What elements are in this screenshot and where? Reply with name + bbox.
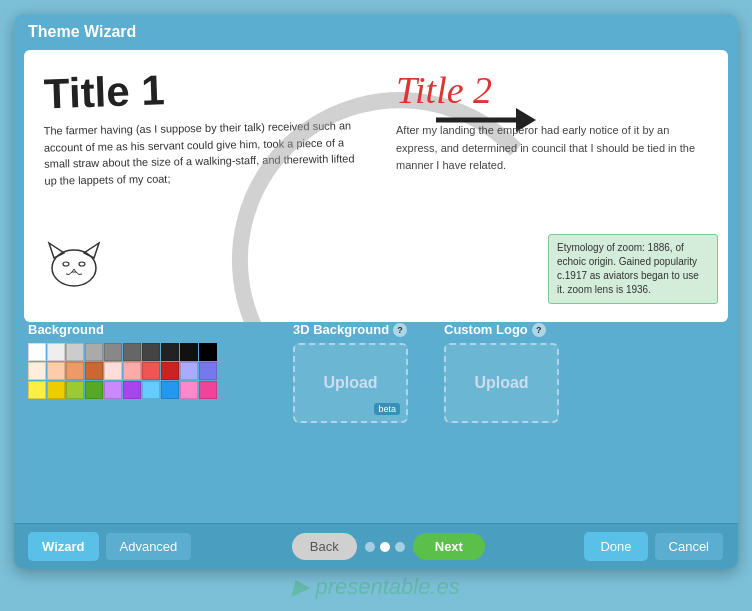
- custom-logo-label-row: Custom Logo ?: [444, 322, 559, 337]
- bg3d-info-icon[interactable]: ?: [393, 323, 407, 337]
- color-cell-26[interactable]: [142, 381, 160, 399]
- color-cell-29[interactable]: [199, 381, 217, 399]
- slide-title1: Title 1: [43, 63, 356, 116]
- bg3d-beta-badge: beta: [374, 403, 400, 415]
- footer-bar: Wizard Advanced Back Next Done Cancel: [14, 523, 738, 569]
- dot-2: [380, 542, 390, 552]
- color-cell-13[interactable]: [85, 362, 103, 380]
- color-cell-9[interactable]: [199, 343, 217, 361]
- color-cell-5[interactable]: [123, 343, 141, 361]
- color-cell-8[interactable]: [180, 343, 198, 361]
- slide-body-right: After my landing the emperor had early n…: [396, 122, 708, 175]
- bg3d-label-row: 3D Background ?: [293, 322, 408, 337]
- svg-point-4: [52, 250, 96, 286]
- svg-marker-2: [49, 243, 64, 258]
- color-cell-3[interactable]: [85, 343, 103, 361]
- color-cell-2[interactable]: [66, 343, 84, 361]
- title-bar: Theme Wizard: [14, 14, 738, 50]
- svg-marker-7: [72, 269, 76, 272]
- color-cell-6[interactable]: [142, 343, 160, 361]
- advanced-button[interactable]: Advanced: [105, 532, 193, 561]
- color-cell-11[interactable]: [47, 362, 65, 380]
- watermark-logo: ▶ presentable.es: [292, 574, 459, 599]
- footer-left: Wizard Advanced: [28, 532, 192, 561]
- svg-marker-3: [84, 243, 99, 258]
- color-cell-23[interactable]: [85, 381, 103, 399]
- color-cell-16[interactable]: [142, 362, 160, 380]
- watermark: ▶ presentable.es: [0, 569, 752, 601]
- color-cell-21[interactable]: [47, 381, 65, 399]
- cancel-button[interactable]: Cancel: [654, 532, 724, 561]
- custom-logo-upload-box[interactable]: Upload: [444, 343, 559, 423]
- color-cell-28[interactable]: [180, 381, 198, 399]
- next-button[interactable]: Next: [413, 533, 485, 560]
- bg3d-section: 3D Background ? Upload beta: [293, 322, 408, 423]
- footer-center: Back Next: [292, 533, 485, 560]
- custom-logo-upload-label: Upload: [474, 374, 528, 392]
- bg3d-upload-box[interactable]: Upload beta: [293, 343, 408, 423]
- color-cell-22[interactable]: [66, 381, 84, 399]
- done-button[interactable]: Done: [584, 532, 647, 561]
- background-label: Background: [28, 322, 217, 337]
- custom-logo-label: Custom Logo: [444, 322, 528, 337]
- bg3d-label: 3D Background: [293, 322, 389, 337]
- slide-title2: Title 2: [396, 68, 708, 112]
- controls-row: Background 3D Background ? Upload beta C…: [14, 322, 738, 431]
- svg-point-6: [79, 262, 85, 266]
- bg3d-upload-label: Upload: [323, 374, 377, 392]
- preview-area: Title 1 The farmer having (as I suppose …: [24, 50, 728, 322]
- color-cell-27[interactable]: [161, 381, 179, 399]
- wizard-button[interactable]: Wizard: [28, 532, 99, 561]
- dot-1: [365, 542, 375, 552]
- color-cell-17[interactable]: [161, 362, 179, 380]
- window-title: Theme Wizard: [28, 23, 136, 41]
- cat-doodle: [44, 238, 104, 292]
- progress-dots: [365, 542, 405, 552]
- color-cell-18[interactable]: [180, 362, 198, 380]
- footer-right: Done Cancel: [584, 532, 724, 561]
- theme-wizard-window: Theme Wizard Title 1 The farmer having (…: [14, 14, 738, 569]
- color-cell-4[interactable]: [104, 343, 122, 361]
- color-cell-7[interactable]: [161, 343, 179, 361]
- slide-body-left: The farmer having (as I suppose by their…: [43, 117, 356, 188]
- dot-3: [395, 542, 405, 552]
- color-cell-1[interactable]: [47, 343, 65, 361]
- preview-right-panel: Title 2 After my landing the emperor had…: [376, 50, 728, 322]
- svg-point-5: [63, 262, 69, 266]
- color-cell-10[interactable]: [28, 362, 46, 380]
- color-grid[interactable]: [28, 343, 217, 399]
- color-cell-0[interactable]: [28, 343, 46, 361]
- custom-logo-info-icon[interactable]: ?: [532, 323, 546, 337]
- color-cell-14[interactable]: [104, 362, 122, 380]
- cat-svg: [44, 238, 104, 288]
- color-cell-25[interactable]: [123, 381, 141, 399]
- back-button[interactable]: Back: [292, 533, 357, 560]
- color-cell-24[interactable]: [104, 381, 122, 399]
- color-cell-20[interactable]: [28, 381, 46, 399]
- custom-logo-section: Custom Logo ? Upload: [444, 322, 559, 423]
- background-section: Background: [28, 322, 217, 423]
- color-cell-12[interactable]: [66, 362, 84, 380]
- tooltip-box: Etymology of zoom: 1886, of echoic origi…: [548, 234, 718, 304]
- color-cell-19[interactable]: [199, 362, 217, 380]
- color-cell-15[interactable]: [123, 362, 141, 380]
